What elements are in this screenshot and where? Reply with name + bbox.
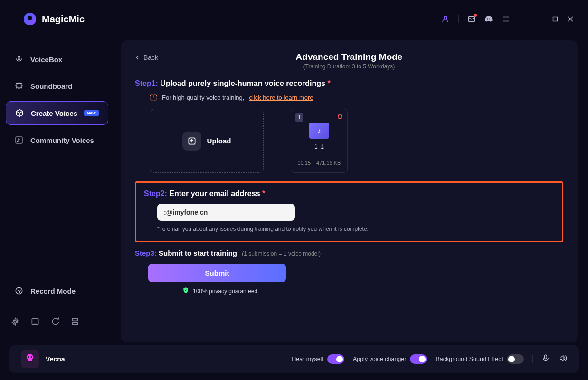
panel-title: Advanced Training Mode: [135, 52, 563, 62]
server-icon[interactable]: [70, 317, 80, 326]
main-panel: Back Advanced Training Mode (Training Du…: [121, 40, 578, 342]
svg-point-12: [16, 287, 22, 294]
step2-text: Enter your email address: [169, 190, 262, 198]
step1-text: Upload purely single-human voice recordi…: [160, 79, 327, 87]
apply-voice-changer-label: Apply voice changer: [353, 356, 407, 362]
sidebar-item-label: Community Voices: [30, 136, 94, 144]
music-note-icon: [14, 135, 24, 145]
notes-icon[interactable]: [30, 317, 40, 326]
soundboard-icon: [14, 81, 24, 91]
back-label: Back: [143, 54, 158, 61]
mail-icon[interactable]: [467, 15, 476, 23]
hear-myself-toggle[interactable]: [327, 354, 344, 364]
svg-rect-10: [16, 137, 22, 143]
voice-avatar[interactable]: [21, 350, 39, 368]
sidebar-item-soundboard[interactable]: Soundboard: [6, 75, 108, 97]
bg-sound-group: Background Sound Effect: [436, 354, 524, 364]
discord-icon[interactable]: [484, 15, 493, 23]
voice-name: Vecna: [46, 355, 65, 363]
svg-point-13: [14, 321, 17, 323]
sidebar: VoiceBox Soundboard Create Voices New Co…: [0, 38, 114, 342]
svg-rect-16: [72, 318, 78, 321]
bg-sound-toggle[interactable]: [507, 354, 524, 364]
notification-dot: [474, 14, 477, 17]
divider: [458, 15, 459, 23]
sidebar-item-community-voices[interactable]: Community Voices: [6, 129, 108, 152]
email-note: *To email you about any issues during tr…: [157, 226, 554, 232]
divider: [532, 355, 533, 363]
close-button[interactable]: [567, 16, 574, 22]
speaker-icon[interactable]: [559, 354, 567, 364]
svg-rect-21: [28, 361, 32, 361]
sidebar-item-voicebox[interactable]: VoiceBox: [6, 48, 108, 71]
menu-icon[interactable]: [502, 15, 510, 23]
step2-title: Step2: Enter your email address *: [144, 190, 554, 198]
step2-prefix: Step2:: [144, 190, 169, 198]
chat-icon[interactable]: [50, 317, 60, 326]
svg-rect-22: [545, 355, 547, 359]
step3-title: Step3: Submit to start training (1 submi…: [135, 249, 563, 257]
bg-sound-label: Background Sound Effect: [436, 356, 503, 362]
email-input[interactable]: [157, 204, 295, 221]
minimize-button[interactable]: [537, 16, 543, 22]
file-meta: 00:15 471.16 KB: [291, 155, 347, 166]
sidebar-item-label: VoiceBox: [30, 56, 62, 64]
file-name: 1_1: [295, 143, 343, 150]
file-duration: 00:15: [298, 160, 311, 166]
record-icon: [14, 286, 24, 295]
privacy-note: 100% privacy guaranteed: [182, 287, 563, 295]
file-index: 1: [295, 113, 303, 122]
upload-box[interactable]: Upload: [150, 109, 264, 173]
app-title: MagicMic: [42, 14, 85, 25]
sidebar-icons-row: [6, 310, 108, 333]
back-button[interactable]: Back: [135, 54, 158, 61]
hint-prefix: For high-quality voice training,: [162, 94, 244, 101]
microphone-icon: [14, 55, 24, 64]
new-badge: New: [84, 110, 99, 116]
file-thumbnail-icon: [309, 123, 329, 139]
required-marker: *: [327, 79, 330, 87]
mic-icon[interactable]: [541, 354, 550, 364]
shield-icon: [182, 287, 189, 295]
apply-voice-changer-toggle[interactable]: [410, 354, 427, 364]
file-card: 1 1_1 00:15 471.16 KB: [291, 109, 348, 173]
bottombar: Vecna Hear myself Apply voice changer Ba…: [9, 345, 579, 373]
settings-icon[interactable]: [10, 317, 20, 326]
upload-divider: [277, 109, 277, 173]
sidebar-item-create-voices[interactable]: Create Voices New: [6, 101, 108, 125]
step3-prefix: Step3:: [135, 249, 159, 257]
submit-button[interactable]: Submit: [148, 264, 286, 282]
maximize-button[interactable]: [552, 16, 559, 22]
hear-myself-group: Hear myself: [292, 354, 344, 364]
quality-hint: ! For high-quality voice training, click…: [150, 94, 563, 101]
sidebar-item-label: Soundboard: [30, 82, 72, 90]
step2-highlight: Step2: Enter your email address * *To em…: [135, 181, 563, 242]
file-delete-button[interactable]: [337, 113, 343, 121]
svg-rect-14: [32, 318, 38, 324]
svg-rect-9: [18, 56, 20, 60]
svg-point-20: [31, 356, 32, 358]
step1-title: Step1: Upload purely single-human voice …: [135, 79, 563, 88]
learn-more-link[interactable]: click here to learn more: [249, 94, 313, 101]
step3-text: Submit to start training: [159, 249, 237, 257]
cube-icon: [15, 108, 24, 118]
user-icon[interactable]: [441, 15, 450, 23]
bottombar-right: Hear myself Apply voice changer Backgrou…: [292, 354, 567, 364]
topbar: MagicMic: [0, 0, 588, 38]
svg-point-0: [444, 16, 447, 19]
sidebar-item-label: Record Mode: [30, 287, 76, 295]
hear-myself-label: Hear myself: [292, 356, 323, 362]
exclaim-icon: !: [150, 94, 157, 101]
panel-subtitle: (Training Duration: 3 to 5 Workdays): [135, 63, 563, 70]
step3-note: (1 submission = 1 voice model): [242, 250, 321, 257]
upload-label: Upload: [207, 137, 231, 145]
svg-rect-6: [553, 17, 558, 21]
privacy-text: 100% privacy guaranteed: [193, 288, 257, 294]
step1-prefix: Step1:: [135, 79, 160, 87]
svg-point-19: [28, 356, 29, 358]
svg-point-11: [17, 141, 18, 142]
sidebar-item-record-mode[interactable]: Record Mode: [6, 279, 108, 302]
sidebar-item-label: Create Voices: [31, 109, 77, 117]
step1-body: ! For high-quality voice training, click…: [139, 94, 563, 181]
panel-header: Back Advanced Training Mode (Training Du…: [135, 52, 563, 70]
